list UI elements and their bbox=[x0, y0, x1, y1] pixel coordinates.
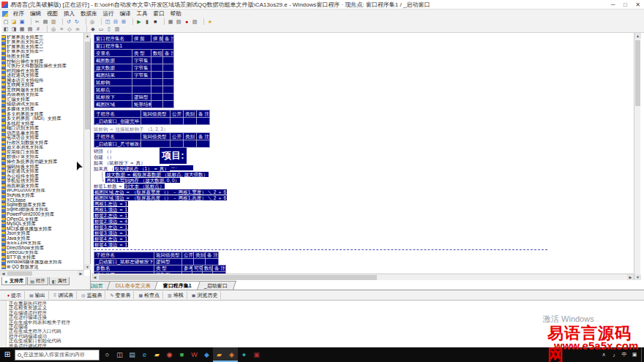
output-tab-button[interactable]: ▥ 堆栈 bbox=[165, 291, 187, 299]
code-line[interactable]: 标签1.标题 ＝ 到文本 （鼠标点） bbox=[94, 184, 606, 189]
close-button[interactable]: ✕ bbox=[632, 0, 644, 10]
taskbar-search-input[interactable]: 在这里输入你要搜索的内容 bbox=[15, 350, 100, 361]
menu-item[interactable]: 插入 bbox=[61, 10, 78, 18]
menu-item[interactable]: 运行 bbox=[100, 10, 117, 18]
app-elang-icon[interactable]: ◈ bbox=[225, 347, 238, 362]
output-tab-button[interactable]: ▣ 浏览历史 bbox=[189, 291, 222, 299]
app-wps-icon[interactable]: W bbox=[188, 347, 201, 362]
editor-tab[interactable]: 窗口程序集1 bbox=[154, 281, 201, 290]
pause-icon[interactable]: ▮ bbox=[143, 18, 151, 25]
variable-row[interactable]: 截图区域 矩形结构 bbox=[94, 101, 174, 108]
maximize-button[interactable]: □ bbox=[619, 0, 632, 10]
menu-item[interactable]: 编辑 bbox=[27, 10, 44, 18]
window-split-3-icon[interactable]: ⊞ bbox=[120, 18, 127, 25]
code-line[interactable]: 截图区域.左边 ＝ （取屏幕宽度 （） － 画板1.宽度） ＼ 2 ＋ 6 bbox=[94, 189, 606, 195]
app-darkred-icon[interactable]: ▣ bbox=[250, 347, 263, 362]
menu-item[interactable]: 编译 bbox=[117, 10, 134, 18]
code-line[interactable]: │ 放大数据 ＝ 截取屏幕数据 （鼠标点, 放大倍数） bbox=[94, 172, 606, 178]
table-header-cell[interactable]: 窗口程序集名 bbox=[94, 35, 132, 42]
output-tab-button[interactable]: ▦ 检查点 bbox=[135, 291, 163, 299]
run-icon[interactable]: ▶ bbox=[132, 18, 143, 25]
subroutine-name-cell[interactable]: _启动窗口_创建完毕 bbox=[94, 118, 141, 125]
table-header-cell[interactable]: 返回值类型 bbox=[141, 110, 171, 118]
code-line[interactable]: 标签2.顶边 ＝ 4 bbox=[94, 219, 606, 225]
table-header-cell[interactable]: 类别 bbox=[184, 110, 197, 118]
table-header-cell[interactable]: 保 留 bbox=[151, 35, 163, 42]
anchor-icon[interactable]: # bbox=[34, 26, 42, 32]
left-panel-tab[interactable]: ▤ 程序 bbox=[27, 277, 48, 285]
variable-name-cell[interactable]: 截图数据 bbox=[94, 57, 132, 64]
table-header-cell[interactable]: 参数名 bbox=[94, 265, 154, 272]
frame-icon[interactable]: ▭ bbox=[97, 26, 105, 32]
table-header-cell[interactable]: 类别 bbox=[184, 133, 197, 140]
scroll-down-icon[interactable]: ▼ bbox=[84, 264, 91, 270]
view-code-icon[interactable]: ◨ bbox=[10, 26, 18, 32]
redo-icon[interactable]: ↻ bbox=[73, 18, 80, 25]
stop-icon[interactable]: ■ bbox=[151, 18, 159, 25]
code-line[interactable]: 标签3.左边 ＝ 1 bbox=[94, 225, 606, 230]
output-tab-button[interactable]: ⠿ 调试表 bbox=[50, 291, 77, 299]
zoom-icon[interactable]: ◎ bbox=[47, 26, 57, 32]
code-line[interactable]: └ 画板1.写到内存 （放大数据, 0, 0） bbox=[94, 178, 606, 184]
app-chrome-icon[interactable]: ◉ bbox=[163, 347, 176, 362]
app-teal-icon[interactable]: ● bbox=[238, 347, 250, 362]
window-split-2-icon[interactable]: ⊟ bbox=[112, 18, 119, 25]
variable-row[interactable]: 放大数据 字节集 bbox=[94, 64, 174, 72]
link-icon[interactable]: ∞ bbox=[74, 26, 81, 32]
variable-type-cell[interactable]: 字节集 bbox=[132, 64, 151, 72]
code-line[interactable]: 截图区域.顶边 ＝ （取屏幕高度 （） － 画板1.高度） ＼ 2 ＋ 6 bbox=[94, 195, 606, 201]
options-icon[interactable]: ★ bbox=[203, 18, 214, 25]
variable-type-cell[interactable]: 字节集 bbox=[132, 57, 151, 64]
variable-row[interactable]: 鼠标钩 bbox=[94, 79, 174, 86]
menu-list-icon[interactable]: ▥ bbox=[113, 26, 121, 32]
breakpoint-icon[interactable]: ● bbox=[183, 18, 190, 25]
code-line[interactable]: 画板1.左边 ＝ 1 bbox=[94, 201, 606, 207]
variable-type-cell[interactable]: 矩形结构 bbox=[132, 101, 151, 108]
table-header-cell[interactable]: 可空 bbox=[192, 265, 203, 272]
table-header-cell[interactable]: 备 注 bbox=[197, 133, 210, 140]
table-header-cell[interactable]: 备 注 bbox=[206, 252, 219, 259]
taskview-icon[interactable]: ◫ bbox=[113, 347, 126, 362]
output-tab-button[interactable]: ◎ 监视表 bbox=[78, 291, 105, 299]
library-vertical-scrollbar[interactable]: ▲ ▼ bbox=[83, 33, 90, 270]
menu-item[interactable]: 窗口 bbox=[151, 10, 168, 18]
scrollbar-thumb[interactable] bbox=[635, 40, 640, 106]
editor-vertical-scrollbar[interactable]: ▲ ▼ bbox=[634, 33, 640, 280]
save-icon[interactable]: ▣ bbox=[18, 18, 26, 25]
open-file-icon[interactable]: ◪ bbox=[10, 18, 18, 25]
code-line[interactable]: 标签2.左边 ＝ 1 bbox=[94, 213, 606, 219]
scrollbar-thumb[interactable] bbox=[85, 42, 90, 129]
view-form-icon[interactable]: ◧ bbox=[2, 26, 10, 32]
package-icon[interactable]: ▨ bbox=[191, 18, 198, 25]
variable-type-cell[interactable]: 字节集 bbox=[132, 72, 151, 79]
variable-name-cell[interactable]: 截图结果 bbox=[94, 72, 132, 79]
table-header-cell[interactable]: 备 注 bbox=[163, 50, 174, 57]
table-header-cell[interactable]: 参考 bbox=[182, 265, 192, 272]
table-header-cell[interactable]: 备 注 bbox=[213, 265, 226, 272]
table-header-cell[interactable]: 数组 bbox=[203, 265, 213, 272]
code-line[interactable]: 标签4.左边 ＝ 1 bbox=[94, 236, 606, 242]
code-line[interactable]: 标签4.顶边 ＝ 1 bbox=[94, 242, 606, 248]
app-orange-folder-icon[interactable]: ▰ bbox=[213, 347, 225, 362]
app-edge-icon[interactable]: e bbox=[138, 347, 151, 362]
window-icon[interactable]: ▯ bbox=[105, 26, 113, 32]
variable-row[interactable]: 截图结果 字节集 bbox=[94, 72, 174, 79]
output-tab-button[interactable]: ♦ 提示 bbox=[4, 291, 25, 299]
output-tab-button[interactable]: ▤ 输出 bbox=[26, 291, 49, 299]
window-split-1-icon[interactable]: ◫ bbox=[101, 18, 111, 25]
scrollbar-thumb[interactable] bbox=[99, 275, 377, 280]
code-line[interactable]: 标签3.顶边 ＝ 1 bbox=[94, 230, 606, 236]
left-panel-tab[interactable]: ◧ 属性 bbox=[49, 277, 70, 285]
table-header-cell[interactable]: 返回值类型 bbox=[141, 133, 171, 140]
table-header-cell[interactable]: 公开 bbox=[171, 133, 184, 140]
debug-icon[interactable]: ▧ bbox=[175, 18, 182, 25]
menu-item[interactable]: 数据库 bbox=[78, 10, 100, 18]
copy-icon[interactable]: ▤ bbox=[42, 18, 49, 25]
variable-name-cell[interactable]: 鼠标点 bbox=[94, 86, 132, 94]
table-header-cell[interactable]: 子程序名 bbox=[94, 110, 141, 118]
minimize-button[interactable]: ─ bbox=[607, 0, 619, 10]
table-header-cell[interactable]: 子程序名 bbox=[94, 133, 141, 140]
cortana-icon[interactable]: ○ bbox=[101, 347, 113, 362]
table-header-cell[interactable]: 保 留 bbox=[132, 35, 151, 42]
variable-type-cell[interactable]: 逻辑型 bbox=[132, 94, 151, 101]
